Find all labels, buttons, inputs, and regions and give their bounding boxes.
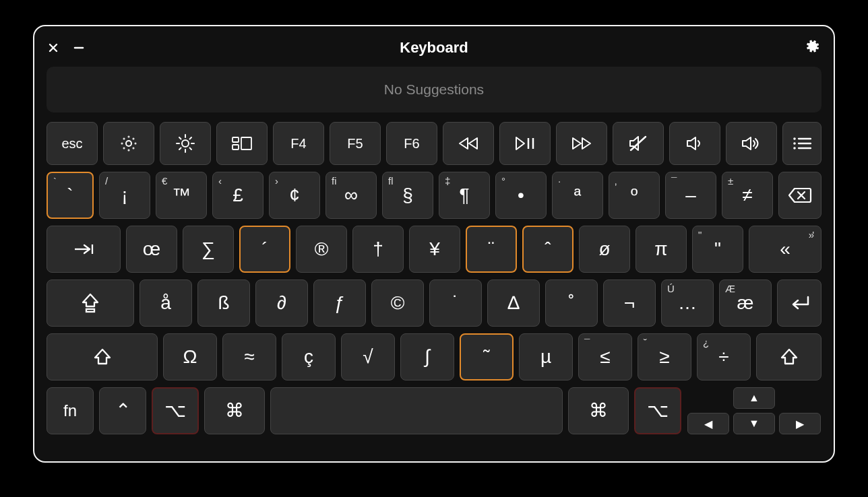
a-ring-key[interactable]: å <box>140 279 192 327</box>
fast-forward-key[interactable] <box>556 122 607 165</box>
number-row: `` /¡ €™ ‹£ ›¢ ﬁ∞ ﬂ§ ‡¶ °• ·ª ‚º ¯– ±≠ <box>46 172 822 219</box>
divide-key[interactable]: ¿÷ <box>697 333 751 380</box>
integral-key[interactable]: ∫ <box>400 333 454 380</box>
caps-lock-key[interactable] <box>46 279 134 327</box>
acute-key[interactable]: ´ <box>239 226 290 273</box>
right-command-key[interactable]: ⌘ <box>568 387 629 434</box>
not-equal-key[interactable]: ±≠ <box>722 172 773 219</box>
fn-key[interactable]: fn <box>46 387 94 434</box>
svg-point-6 <box>133 139 134 139</box>
minimize-button[interactable] <box>72 41 86 55</box>
rewind-key[interactable] <box>443 122 494 165</box>
trademark-key[interactable]: €™ <box>156 172 207 219</box>
sigma-key[interactable]: ∑ <box>183 226 234 273</box>
mute-key[interactable] <box>613 122 664 165</box>
ae-key[interactable]: Ææ <box>719 279 772 327</box>
down-arrow-key[interactable]: ▼ <box>733 413 775 434</box>
ellipsis-key[interactable]: Ú… <box>661 279 714 327</box>
pilcrow-key[interactable]: ‡¶ <box>439 172 490 219</box>
cent-key[interactable]: ›¢ <box>269 172 320 219</box>
ring-above-key[interactable]: ˚ <box>545 279 598 327</box>
esc-key[interactable]: esc <box>46 122 98 165</box>
registered-key[interactable]: ® <box>296 226 347 273</box>
not-sign-key[interactable]: ¬ <box>603 279 656 327</box>
svg-line-15 <box>190 148 192 150</box>
svg-point-25 <box>793 142 796 145</box>
c-cedilla-key[interactable]: ç <box>282 333 336 380</box>
less-equal-key[interactable]: ¯≤ <box>578 333 632 380</box>
section-key[interactable]: ﬂ§ <box>382 172 433 219</box>
ordinal-a-key[interactable]: ·ª <box>552 172 603 219</box>
settings-button[interactable] <box>804 38 820 55</box>
keyboard-area: esc F4 F5 F6 <box>46 122 822 434</box>
zxcv-row: Ω ≈ ç √ ∫ ˜ µ ¯≤ ˘≥ ¿÷ <box>46 333 822 380</box>
caps-lock-icon <box>81 293 100 313</box>
right-option-key[interactable]: ⌥ <box>634 387 681 434</box>
mute-icon <box>628 135 648 152</box>
window-controls <box>46 41 86 55</box>
spacebar-key[interactable] <box>270 387 563 434</box>
svg-point-0 <box>126 141 131 146</box>
dagger-key[interactable]: † <box>352 226 404 273</box>
left-quote-key[interactable]: "" <box>692 226 743 273</box>
volume-down-key[interactable] <box>669 122 720 165</box>
brightness-up-key[interactable] <box>160 122 211 165</box>
inverted-exclamation-key[interactable]: /¡ <box>99 172 150 219</box>
return-key[interactable] <box>777 279 822 327</box>
tab-key[interactable] <box>46 226 121 273</box>
left-option-key[interactable]: ⌥ <box>152 387 199 434</box>
tab-icon <box>72 242 95 256</box>
o-slash-key[interactable]: ø <box>579 226 630 273</box>
play-pause-key[interactable] <box>499 122 551 165</box>
backtick-key[interactable]: `` <box>46 172 94 219</box>
ordinal-o-key[interactable]: ‚º <box>609 172 660 219</box>
approx-key[interactable]: ≈ <box>222 333 276 380</box>
eszett-key[interactable]: ß <box>197 279 250 327</box>
up-arrow-key[interactable]: ▲ <box>733 387 775 409</box>
right-arrow-key[interactable]: ▶ <box>779 413 821 434</box>
svg-line-17 <box>190 137 192 139</box>
close-button[interactable] <box>46 41 60 55</box>
mission-control-key[interactable] <box>216 122 268 165</box>
en-dash-key[interactable]: ¯– <box>665 172 716 219</box>
suggestions-bar: No Suggestions <box>46 67 822 112</box>
sqrt-key[interactable]: √ <box>341 333 395 380</box>
f6-key[interactable]: F6 <box>386 122 437 165</box>
left-arrow-key[interactable]: ◀ <box>687 413 729 434</box>
f5-key[interactable]: F5 <box>330 122 381 165</box>
bullet-key[interactable]: °• <box>495 172 547 219</box>
mu-key[interactable]: µ <box>519 333 573 380</box>
left-command-key[interactable]: ⌘ <box>204 387 265 434</box>
svg-point-2 <box>129 150 129 151</box>
dot-above-key[interactable]: ˙ <box>429 279 482 327</box>
pi-key[interactable]: π <box>636 226 687 273</box>
infinity-key[interactable]: ﬁ∞ <box>326 172 377 219</box>
yen-key[interactable]: ¥ <box>409 226 460 273</box>
pound-key[interactable]: ‹£ <box>212 172 264 219</box>
delta-key[interactable]: ∆ <box>487 279 540 327</box>
greater-equal-key[interactable]: ˘≥ <box>638 333 691 380</box>
partial-diff-key[interactable]: ∂ <box>255 279 308 327</box>
volume-up-key[interactable] <box>726 122 777 165</box>
function-row: esc F4 F5 F6 <box>46 122 822 165</box>
guillemet-key[interactable]: '»« <box>749 226 822 273</box>
brightness-down-key[interactable] <box>103 122 154 165</box>
qwerty-row: œ ∑ ´ ® † ¥ ¨ ˆ ø π "" '»« <box>46 226 822 273</box>
umlaut-key[interactable]: ¨ <box>466 226 517 273</box>
mission-control-icon <box>232 136 252 151</box>
shift-icon <box>93 348 112 366</box>
copyright-key[interactable]: © <box>371 279 424 327</box>
omega-key[interactable]: Ω <box>163 333 217 380</box>
f4-key[interactable]: F4 <box>273 122 324 165</box>
fast-forward-icon <box>571 137 592 150</box>
left-shift-key[interactable] <box>46 333 158 380</box>
circumflex-key[interactable]: ˆ <box>522 226 574 273</box>
right-shift-key[interactable] <box>756 333 822 380</box>
tilde-key[interactable]: ˜ <box>460 333 514 380</box>
list-key[interactable] <box>782 122 822 165</box>
oe-key[interactable]: œ <box>126 226 177 273</box>
delete-key[interactable] <box>778 172 822 219</box>
rewind-icon <box>458 137 479 150</box>
control-key[interactable]: ⌃ <box>99 387 146 434</box>
florin-key[interactable]: ƒ <box>313 279 366 327</box>
